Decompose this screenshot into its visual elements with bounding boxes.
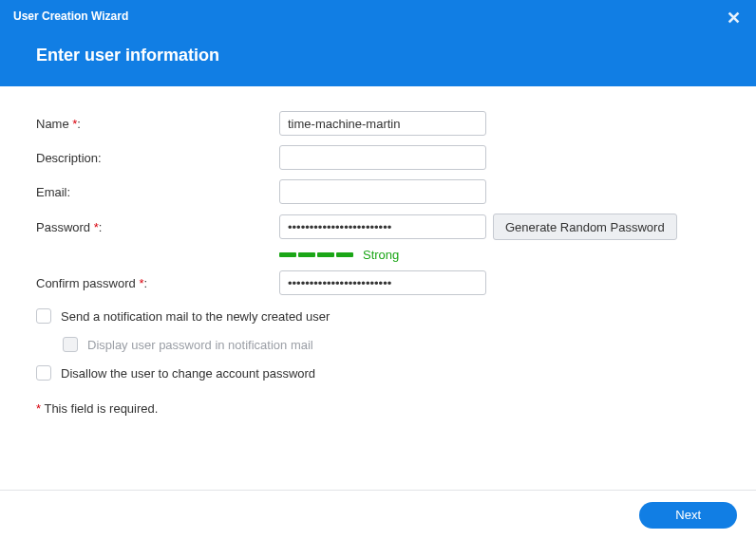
password-label: Password *: <box>36 220 279 234</box>
form-content: Name *: Description: Email: Password *: … <box>0 86 756 416</box>
confirm-password-label: Confirm password *: <box>36 276 279 290</box>
disallow-checkbox-row: Disallow the user to change account pass… <box>36 365 720 381</box>
generate-password-button[interactable]: Generate Random Password <box>493 214 677 240</box>
notify-checkbox-row: Send a notification mail to the newly cr… <box>36 308 720 324</box>
strength-bars <box>279 252 353 257</box>
confirm-password-row: Confirm password *: <box>36 270 720 295</box>
close-icon[interactable]: ✕ <box>727 8 741 28</box>
email-row: Email: <box>36 179 720 204</box>
wizard-footer: Next <box>0 490 756 539</box>
description-label: Description: <box>36 151 279 165</box>
strength-indicator: Strong <box>279 246 720 263</box>
disallow-checkbox[interactable] <box>36 365 51 381</box>
page-title: Enter user information <box>0 23 756 65</box>
notify-checkbox[interactable] <box>36 308 51 324</box>
notify-checkbox-label: Send a notification mail to the newly cr… <box>61 309 330 324</box>
confirm-password-input[interactable] <box>279 270 486 295</box>
email-input[interactable] <box>279 179 486 204</box>
password-row: Password *: Generate Random Password <box>36 214 720 240</box>
next-button[interactable]: Next <box>639 502 737 529</box>
description-input[interactable] <box>279 145 486 170</box>
display-password-checkbox-label: Display user password in notification ma… <box>87 338 313 352</box>
description-row: Description: <box>36 145 720 170</box>
display-password-checkbox <box>63 337 78 352</box>
password-input[interactable] <box>279 214 486 239</box>
email-label: Email: <box>36 185 279 199</box>
name-input[interactable] <box>279 111 486 136</box>
disallow-checkbox-label: Disallow the user to change account pass… <box>61 366 315 381</box>
required-note: * This field is required. <box>36 401 720 416</box>
window-title: User Creation Wizard <box>0 0 756 23</box>
name-label: Name *: <box>36 117 279 131</box>
strength-label: Strong <box>363 248 399 262</box>
display-password-checkbox-row: Display user password in notification ma… <box>63 337 720 352</box>
name-row: Name *: <box>36 111 720 136</box>
wizard-header: User Creation Wizard ✕ Enter user inform… <box>0 0 756 86</box>
